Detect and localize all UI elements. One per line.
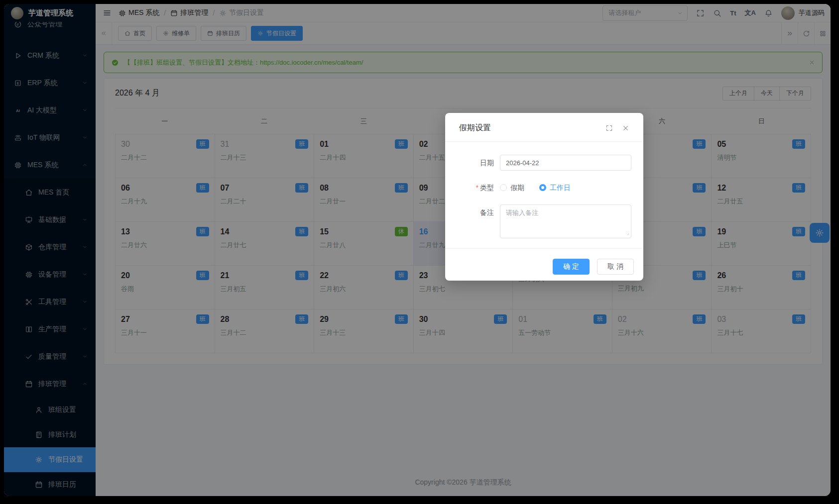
form-row-type: *类型 假期工作日	[445, 180, 631, 196]
app-window: 芋道管理系统 公众号管理CRM 系统EERP 系统AIAI 大模型IoT 物联网…	[4, 4, 831, 496]
type-field-label: *类型	[445, 180, 500, 196]
remark-textarea[interactable]	[500, 204, 631, 238]
remark-field-label: 备注	[445, 204, 500, 220]
dialog-close-icon[interactable]	[622, 124, 629, 132]
radio-label: 假期	[510, 180, 524, 196]
cancel-button[interactable]: 取 消	[597, 259, 634, 275]
type-radio-group: 假期工作日	[500, 180, 631, 196]
holiday-settings-dialog: 假期设置 日期 *类型 假期工作日 备注	[445, 113, 643, 281]
resize-handle-icon[interactable]	[624, 230, 630, 236]
type-radio[interactable]: 假期	[500, 180, 524, 196]
type-radio[interactable]: 工作日	[539, 180, 571, 196]
required-asterisk: *	[476, 184, 479, 192]
form-row-remark: 备注	[445, 204, 631, 238]
date-input[interactable]	[500, 155, 631, 171]
confirm-button[interactable]: 确 定	[553, 259, 590, 275]
dialog-body: 日期 *类型 假期工作日 备注	[445, 142, 643, 248]
dialog-footer: 确 定 取 消	[445, 248, 643, 281]
radio-dot-icon	[539, 184, 546, 191]
modal-backdrop	[4, 4, 831, 496]
radio-label: 工作日	[550, 180, 571, 196]
date-field-label: 日期	[445, 155, 500, 171]
form-row-date: 日期	[445, 155, 631, 171]
dialog-title: 假期设置	[459, 123, 597, 133]
dialog-fullscreen-icon[interactable]	[605, 124, 613, 132]
radio-dot-icon	[500, 184, 507, 191]
dialog-header: 假期设置	[445, 113, 643, 142]
